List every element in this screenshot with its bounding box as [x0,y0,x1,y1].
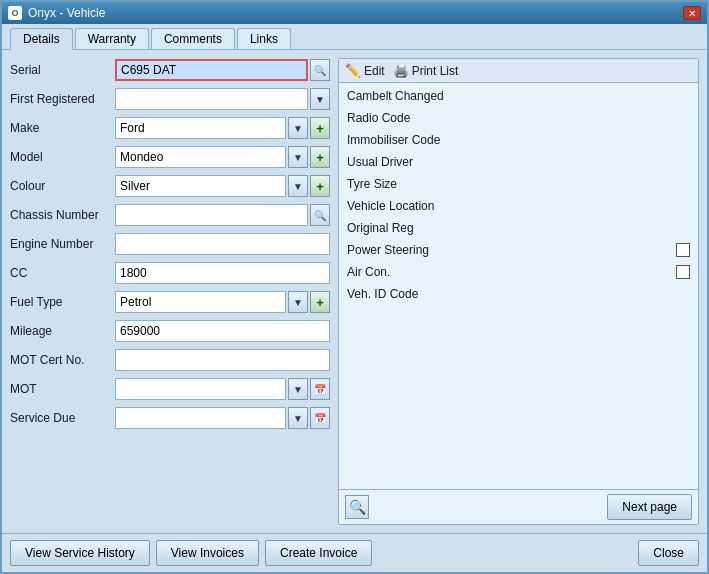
fuel-type-add-button[interactable]: + [310,291,330,313]
right-toolbar: ✏️ Edit 🖨️ Print List [339,59,698,83]
list-item-label: Cambelt Changed [347,89,444,103]
list-item-power_steering[interactable]: Power Steering [339,239,698,261]
mot-calendar-button[interactable]: 📅 [310,378,330,400]
list-item-tyre_size[interactable]: Tyre Size [339,173,698,195]
colour-add-button[interactable]: + [310,175,330,197]
service-due-dropdown-button[interactable]: ▼ [288,407,308,429]
model-input[interactable] [115,146,286,168]
tab-links[interactable]: Links [237,28,291,49]
create-invoice-button[interactable]: Create Invoice [265,540,372,566]
serial-row: Serial 🔍 [10,58,330,82]
tab-bar: Details Warranty Comments Links [2,24,707,50]
fuel-type-dropdown-wrap: ▼ [115,291,308,313]
fuel-type-input[interactable] [115,291,286,313]
make-dropdown-wrap: ▼ [115,117,308,139]
list-item-label: Radio Code [347,111,410,125]
left-panel: Serial 🔍 First Registered ▼ Make [10,58,330,525]
make-row: Make ▼ + [10,116,330,140]
mot-cert-input[interactable] [115,349,330,371]
list-item-label: Immobiliser Code [347,133,440,147]
service-due-input[interactable] [115,407,286,429]
list-item-usual_driver[interactable]: Usual Driver [339,151,698,173]
app-icon: O [8,6,22,20]
list-item-cambelt[interactable]: Cambelt Changed [339,85,698,107]
first-registered-input[interactable] [115,88,308,110]
model-dropdown-button[interactable]: ▼ [288,146,308,168]
list-item-veh_id[interactable]: Veh. ID Code [339,283,698,305]
serial-search-button[interactable]: 🔍 [310,59,330,81]
list-item-radio[interactable]: Radio Code [339,107,698,129]
print-list-label: Print List [412,64,459,78]
serial-label: Serial [10,63,115,77]
engine-number-control [115,233,330,255]
list-item-original_reg[interactable]: Original Reg [339,217,698,239]
list-search-button[interactable]: 🔍 [345,495,369,519]
edit-button[interactable]: ✏️ Edit [345,63,385,78]
mot-dropdown-button[interactable]: ▼ [288,378,308,400]
make-add-button[interactable]: + [310,117,330,139]
next-page-button[interactable]: Next page [607,494,692,520]
close-button[interactable]: Close [638,540,699,566]
list-item-label: Power Steering [347,243,429,257]
right-panel: ✏️ Edit 🖨️ Print List Cambelt ChangedRad… [338,58,699,525]
tab-warranty[interactable]: Warranty [75,28,149,49]
mileage-input[interactable] [115,320,330,342]
first-registered-label: First Registered [10,92,115,106]
engine-number-input[interactable] [115,233,330,255]
first-registered-dropdown-wrap: ▼ [115,88,330,110]
close-window-button[interactable]: ✕ [683,6,701,20]
mot-cert-control [115,349,330,371]
list-item-checkbox[interactable] [676,265,690,279]
engine-number-row: Engine Number [10,232,330,256]
titlebar-left: O Onyx - Vehicle [8,6,105,20]
serial-control: 🔍 [115,59,330,81]
titlebar: O Onyx - Vehicle ✕ [2,2,707,24]
mot-label: MOT [10,382,115,396]
list-item-label: Veh. ID Code [347,287,418,301]
cc-label: CC [10,266,115,280]
chassis-number-control: 🔍 [115,204,330,226]
edit-label: Edit [364,64,385,78]
colour-control: ▼ + [115,175,330,197]
mot-dropdown-wrap: ▼ [115,378,308,400]
view-service-history-button[interactable]: View Service History [10,540,150,566]
colour-input[interactable] [115,175,286,197]
list-item-checkbox[interactable] [676,243,690,257]
right-list: Cambelt ChangedRadio CodeImmobiliser Cod… [339,83,698,489]
colour-dropdown-button[interactable]: ▼ [288,175,308,197]
make-dropdown-button[interactable]: ▼ [288,117,308,139]
chassis-search-button[interactable]: 🔍 [310,204,330,226]
model-dropdown-wrap: ▼ [115,146,308,168]
colour-dropdown-wrap: ▼ [115,175,308,197]
fuel-type-dropdown-button[interactable]: ▼ [288,291,308,313]
list-item-label: Air Con. [347,265,390,279]
chassis-number-input[interactable] [115,204,308,226]
view-invoices-button[interactable]: View Invoices [156,540,259,566]
chassis-number-row: Chassis Number 🔍 [10,203,330,227]
main-window: O Onyx - Vehicle ✕ Details Warranty Comm… [0,0,709,574]
titlebar-title: Onyx - Vehicle [28,6,105,20]
cc-input[interactable] [115,262,330,284]
right-footer: 🔍 Next page [339,489,698,524]
print-list-button[interactable]: 🖨️ Print List [393,63,459,78]
model-label: Model [10,150,115,164]
make-control: ▼ + [115,117,330,139]
tab-comments[interactable]: Comments [151,28,235,49]
cc-control [115,262,330,284]
mot-input[interactable] [115,378,286,400]
list-item-immobiliser[interactable]: Immobiliser Code [339,129,698,151]
list-item-vehicle_location[interactable]: Vehicle Location [339,195,698,217]
first-registered-dropdown-button[interactable]: ▼ [310,88,330,110]
list-item-air_con[interactable]: Air Con. [339,261,698,283]
fuel-type-control: ▼ + [115,291,330,313]
tab-details[interactable]: Details [10,28,73,50]
mot-row: MOT ▼ 📅 [10,377,330,401]
make-input[interactable] [115,117,286,139]
edit-icon: ✏️ [345,63,361,78]
service-due-calendar-button[interactable]: 📅 [310,407,330,429]
mileage-label: Mileage [10,324,115,338]
model-add-button[interactable]: + [310,146,330,168]
serial-input[interactable] [115,59,308,81]
first-registered-row: First Registered ▼ [10,87,330,111]
list-item-label: Tyre Size [347,177,397,191]
